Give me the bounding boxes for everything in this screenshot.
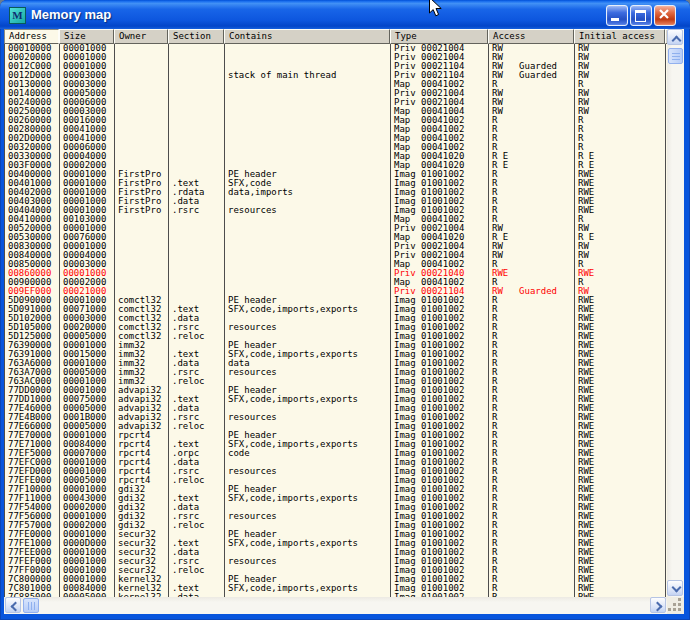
- horizontal-scroll-thumb[interactable]: [23, 598, 39, 613]
- table-row[interactable]: 77E7000000001000rpcrt4PE headerImag 0100…: [5, 431, 668, 440]
- table-row[interactable]: 77E4B0000001B000advapi32.rsrcresourcesIm…: [5, 413, 668, 422]
- table-row[interactable]: 0040000000001000FirstProPE headerImag 01…: [5, 170, 668, 179]
- table-row[interactable]: 0083000000001000Priv 00021004RWRW: [5, 242, 668, 251]
- table-row[interactable]: 763A700000005000imm32.rsrcresourcesImag …: [5, 368, 668, 377]
- table-row[interactable]: 0040300000001000FirstPro.dataImag 010010…: [5, 197, 668, 206]
- table-row[interactable]: 77E6600000005000advapi32.relocImag 01001…: [5, 422, 668, 431]
- table-row[interactable]: 5D12500000005000comctl32.relocImag 01001…: [5, 332, 668, 341]
- table-row[interactable]: 0041000000103000Map 00041002RR: [5, 215, 668, 224]
- column-header-size[interactable]: Size: [59, 29, 114, 44]
- column-header-section[interactable]: Section: [168, 29, 224, 44]
- table-row[interactable]: 7639000000001000imm32PE headerImag 01001…: [5, 341, 668, 350]
- table-row[interactable]: 0052000000001000Priv 00021004RWRW: [5, 224, 668, 233]
- table-row[interactable]: 77F5700000002000gdi32.relocImag 01001002…: [5, 521, 668, 530]
- table-row[interactable]: 0040400000001000FirstPro.rsrcresourcesIm…: [5, 206, 668, 215]
- table-row[interactable]: 77EFD00000001000rpcrt4.rsrcresourcesImag…: [5, 467, 668, 476]
- table-row[interactable]: 77F5600000001000gdi32.rsrcresourcesImag …: [5, 512, 668, 521]
- contains-cell: resources: [225, 413, 391, 422]
- table-row[interactable]: 0024000000006000Priv 00021004RWRW: [5, 98, 668, 107]
- owner-cell: imm32: [115, 359, 169, 368]
- close-button[interactable]: [654, 5, 676, 26]
- table-row[interactable]: 0012C00000001000Priv 00021104RW GuardedR…: [5, 62, 668, 71]
- table-row[interactable]: 0040100000001000FirstPro.textSFX,codeIma…: [5, 179, 668, 188]
- table-row[interactable]: 0026000000016000Map 00041002RR: [5, 116, 668, 125]
- table-row[interactable]: 0085000000003000Map 00041002RR: [5, 260, 668, 269]
- table-row[interactable]: 763A600000001000imm32.datadataImag 01001…: [5, 359, 668, 368]
- table-row[interactable]: 0001000000001000Priv 00021004RWRW: [5, 44, 668, 53]
- table-row[interactable]: 5D09100000071000comctl32.textSFX,code,im…: [5, 305, 668, 314]
- table-row[interactable]: 77FEF00000001000secur32.rsrcresourcesIma…: [5, 557, 668, 566]
- table-row[interactable]: 0014000000005000Priv 00021004RWRW: [5, 89, 668, 98]
- table-row[interactable]: 7C80100000084000kernel32.textSFX,code,im…: [5, 584, 668, 593]
- column-header-address[interactable]: Address: [4, 29, 59, 44]
- table-row[interactable]: 7639100000015000imm32.textSFX,code,impor…: [5, 350, 668, 359]
- table-row[interactable]: 002D000000041000Map 00041002RR: [5, 134, 668, 143]
- vertical-scrollbar[interactable]: [667, 29, 684, 597]
- table-row[interactable]: 77EFC00000001000rpcrt4.dataImag 01001002…: [5, 458, 668, 467]
- maximize-icon: [635, 10, 646, 22]
- scroll-left-button[interactable]: [5, 597, 21, 613]
- table-row[interactable]: 0002000000001000Priv 00021004RWRW: [5, 53, 668, 62]
- table-row[interactable]: 5D09000000001000comctl32PE headerImag 01…: [5, 296, 668, 305]
- initial-access-cell: RWE: [575, 368, 666, 377]
- scroll-up-button[interactable]: [667, 29, 683, 45]
- initial-access-cell: RWE: [575, 503, 666, 512]
- table-row[interactable]: 77E4600000005000advapi32.dataImag 010010…: [5, 404, 668, 413]
- table-row[interactable]: 0013000000003000Map 00041002RR: [5, 80, 668, 89]
- maximize-button[interactable]: [630, 5, 652, 26]
- table-row[interactable]: 77F5400000002000gdi32.dataImag 01001002R…: [5, 503, 668, 512]
- table-row[interactable]: 0084000000004000Priv 00021004RWRW: [5, 251, 668, 260]
- table-row[interactable]: 77E7100000084000rpcrt4.textSFX,code,impo…: [5, 440, 668, 449]
- vertical-scroll-thumb[interactable]: [668, 48, 683, 64]
- size-cell: 00004000: [60, 152, 115, 161]
- size-cell: 00001000: [60, 485, 115, 494]
- scroll-right-button[interactable]: [650, 597, 666, 613]
- contains-cell: resources: [225, 206, 391, 215]
- table-row[interactable]: 77EF500000007000rpcrt4.orpccodeImag 0100…: [5, 449, 668, 458]
- table-row[interactable]: 77FF000000001000secur32.relocImag 010010…: [5, 566, 668, 575]
- table-row[interactable]: 763AC00000001000imm32.relocImag 01001002…: [5, 377, 668, 386]
- table-row[interactable]: 5D10500000020000comctl32.rsrcresourcesIm…: [5, 323, 668, 332]
- table-row[interactable]: 77DD000000001000advapi32PE headerImag 01…: [5, 386, 668, 395]
- table-row[interactable]: 77EFE00000005000rpcrt4.relocImag 0100100…: [5, 476, 668, 485]
- table-row[interactable]: 77F1100000043000gdi32.textSFX,code,impor…: [5, 494, 668, 503]
- address-cell: 00140000: [5, 89, 60, 98]
- table-row[interactable]: 0025000000003000Map 00041004RWRW: [5, 107, 668, 116]
- address-cell: 00530000: [5, 233, 60, 242]
- column-header-access[interactable]: Access: [488, 29, 574, 44]
- type-cell: Map 00041002: [391, 80, 489, 89]
- table-row[interactable]: 5D10200000003000comctl32.dataImag 010010…: [5, 314, 668, 323]
- table-row[interactable]: 0033000000004000Map 00041020R ER E: [5, 152, 668, 161]
- column-header-initial-access[interactable]: Initial access: [574, 29, 665, 44]
- section-cell: [169, 143, 225, 152]
- access-cell: RW: [489, 224, 575, 233]
- titlebar[interactable]: M Memory map: [0, 0, 690, 29]
- access-cell: R: [489, 305, 575, 314]
- table-row[interactable]: 77DD100000075000advapi32.textSFX,code,im…: [5, 395, 668, 404]
- section-cell: .data: [169, 359, 225, 368]
- column-header-type[interactable]: Type: [390, 29, 488, 44]
- table-row[interactable]: 0028000000041000Map 00041002RR: [5, 125, 668, 134]
- column-header-contains[interactable]: Contains: [224, 29, 390, 44]
- horizontal-scrollbar[interactable]: [4, 597, 667, 614]
- table-row[interactable]: 0012D00000003000stack of main threadPriv…: [5, 71, 668, 80]
- table-row[interactable]: 0032000000006000Map 00041002RR: [5, 143, 668, 152]
- table-row[interactable]: 7C80000000001000kernel32PE headerImag 01…: [5, 575, 668, 584]
- resize-grip[interactable]: [667, 597, 684, 614]
- size-cell: 00002000: [60, 521, 115, 530]
- owner-cell: [115, 71, 169, 80]
- table-row[interactable]: 77F1000000001000gdi32PE headerImag 01001…: [5, 485, 668, 494]
- table-row[interactable]: 0090000000002000Map 00041002RR: [5, 278, 668, 287]
- initial-access-cell: RWE: [575, 521, 666, 530]
- table-row[interactable]: 0053000000076000Map 00041020R ER E: [5, 233, 668, 242]
- table-row[interactable]: 77FEE00000001000secur32.dataImag 0100100…: [5, 548, 668, 557]
- table-row[interactable]: 77FE10000000D000secur32.textSFX,code,imp…: [5, 539, 668, 548]
- table-row[interactable]: 77FE000000001000secur32PE headerImag 010…: [5, 530, 668, 539]
- column-header-owner[interactable]: Owner: [114, 29, 168, 44]
- scroll-down-button[interactable]: [667, 580, 683, 596]
- table-row[interactable]: 003F000000002000Map 00041020R ER E: [5, 161, 668, 170]
- minimize-button[interactable]: [606, 5, 628, 26]
- table-row[interactable]: 0086000000001000Priv 00021040RWERWE: [5, 269, 668, 278]
- table-row[interactable]: 0040200000001000FirstPro.rdatadata,impor…: [5, 188, 668, 197]
- table-row[interactable]: 009EF00000021000Priv 00021104RW GuardedR…: [5, 287, 668, 296]
